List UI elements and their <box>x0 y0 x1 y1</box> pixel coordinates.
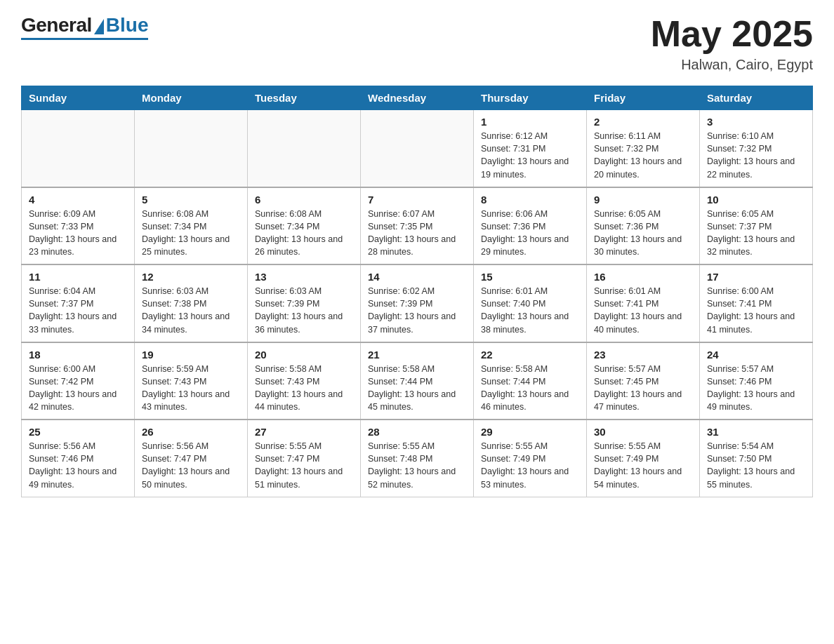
day-number: 13 <box>255 271 353 283</box>
calendar-cell: 7Sunrise: 6:07 AM Sunset: 7:35 PM Daylig… <box>361 187 474 265</box>
day-info: Sunrise: 5:59 AM Sunset: 7:43 PM Dayligh… <box>142 363 240 414</box>
calendar-cell: 9Sunrise: 6:05 AM Sunset: 7:36 PM Daylig… <box>587 187 700 265</box>
day-number: 17 <box>707 271 805 283</box>
calendar-cell: 3Sunrise: 6:10 AM Sunset: 7:32 PM Daylig… <box>700 110 813 187</box>
calendar-cell: 5Sunrise: 6:08 AM Sunset: 7:34 PM Daylig… <box>135 187 248 265</box>
day-number: 6 <box>255 194 353 206</box>
day-number: 3 <box>707 116 805 128</box>
day-number: 4 <box>29 194 127 206</box>
calendar-cell <box>135 110 248 187</box>
logo-blue-text: Blue <box>106 14 149 36</box>
logo-general-text: General <box>21 14 92 36</box>
calendar-cell: 29Sunrise: 5:55 AM Sunset: 7:49 PM Dayli… <box>474 420 587 497</box>
day-info: Sunrise: 5:55 AM Sunset: 7:48 PM Dayligh… <box>368 440 466 491</box>
day-number: 20 <box>255 349 353 361</box>
day-info: Sunrise: 6:01 AM Sunset: 7:41 PM Dayligh… <box>594 285 692 336</box>
calendar-cell: 15Sunrise: 6:01 AM Sunset: 7:40 PM Dayli… <box>474 264 587 342</box>
day-number: 12 <box>142 271 240 283</box>
logo: General Blue <box>21 14 148 40</box>
day-number: 26 <box>142 426 240 438</box>
col-tuesday: Tuesday <box>248 86 361 110</box>
day-info: Sunrise: 6:10 AM Sunset: 7:32 PM Dayligh… <box>707 130 805 181</box>
day-number: 25 <box>29 426 127 438</box>
calendar-cell: 19Sunrise: 5:59 AM Sunset: 7:43 PM Dayli… <box>135 342 248 420</box>
logo-triangle-icon <box>94 19 104 34</box>
day-number: 15 <box>481 271 579 283</box>
calendar-cell: 8Sunrise: 6:06 AM Sunset: 7:36 PM Daylig… <box>474 187 587 265</box>
day-number: 21 <box>368 349 466 361</box>
day-number: 11 <box>29 271 127 283</box>
day-number: 10 <box>707 194 805 206</box>
calendar-cell: 1Sunrise: 6:12 AM Sunset: 7:31 PM Daylig… <box>474 110 587 187</box>
day-info: Sunrise: 6:05 AM Sunset: 7:36 PM Dayligh… <box>594 208 692 259</box>
month-title: May 2025 <box>651 14 813 54</box>
calendar-cell: 26Sunrise: 5:56 AM Sunset: 7:47 PM Dayli… <box>135 420 248 497</box>
calendar-cell: 25Sunrise: 5:56 AM Sunset: 7:46 PM Dayli… <box>22 420 135 497</box>
calendar-cell: 28Sunrise: 5:55 AM Sunset: 7:48 PM Dayli… <box>361 420 474 497</box>
calendar-cell: 23Sunrise: 5:57 AM Sunset: 7:45 PM Dayli… <box>587 342 700 420</box>
day-info: Sunrise: 6:05 AM Sunset: 7:37 PM Dayligh… <box>707 208 805 259</box>
day-info: Sunrise: 6:02 AM Sunset: 7:39 PM Dayligh… <box>368 285 466 336</box>
day-info: Sunrise: 6:00 AM Sunset: 7:42 PM Dayligh… <box>29 363 127 414</box>
calendar-cell: 2Sunrise: 6:11 AM Sunset: 7:32 PM Daylig… <box>587 110 700 187</box>
day-number: 19 <box>142 349 240 361</box>
day-number: 8 <box>481 194 579 206</box>
calendar-cell <box>361 110 474 187</box>
day-number: 23 <box>594 349 692 361</box>
day-number: 18 <box>29 349 127 361</box>
col-sunday: Sunday <box>22 86 135 110</box>
calendar-cell: 30Sunrise: 5:55 AM Sunset: 7:49 PM Dayli… <box>587 420 700 497</box>
day-number: 29 <box>481 426 579 438</box>
day-number: 2 <box>594 116 692 128</box>
calendar-cell: 11Sunrise: 6:04 AM Sunset: 7:37 PM Dayli… <box>22 264 135 342</box>
day-info: Sunrise: 6:06 AM Sunset: 7:36 PM Dayligh… <box>481 208 579 259</box>
calendar-week-row: 25Sunrise: 5:56 AM Sunset: 7:46 PM Dayli… <box>22 420 813 497</box>
day-info: Sunrise: 5:57 AM Sunset: 7:45 PM Dayligh… <box>594 363 692 414</box>
day-number: 16 <box>594 271 692 283</box>
day-number: 28 <box>368 426 466 438</box>
day-number: 7 <box>368 194 466 206</box>
calendar-cell: 12Sunrise: 6:03 AM Sunset: 7:38 PM Dayli… <box>135 264 248 342</box>
calendar-cell: 27Sunrise: 5:55 AM Sunset: 7:47 PM Dayli… <box>248 420 361 497</box>
calendar-cell <box>248 110 361 187</box>
col-saturday: Saturday <box>700 86 813 110</box>
calendar-week-row: 11Sunrise: 6:04 AM Sunset: 7:37 PM Dayli… <box>22 264 813 342</box>
calendar-cell <box>22 110 135 187</box>
day-info: Sunrise: 5:58 AM Sunset: 7:43 PM Dayligh… <box>255 363 353 414</box>
day-info: Sunrise: 5:56 AM Sunset: 7:46 PM Dayligh… <box>29 440 127 491</box>
col-friday: Friday <box>587 86 700 110</box>
day-number: 1 <box>481 116 579 128</box>
day-number: 14 <box>368 271 466 283</box>
day-info: Sunrise: 5:55 AM Sunset: 7:49 PM Dayligh… <box>594 440 692 491</box>
day-info: Sunrise: 5:58 AM Sunset: 7:44 PM Dayligh… <box>368 363 466 414</box>
day-number: 9 <box>594 194 692 206</box>
calendar-cell: 31Sunrise: 5:54 AM Sunset: 7:50 PM Dayli… <box>700 420 813 497</box>
day-info: Sunrise: 6:08 AM Sunset: 7:34 PM Dayligh… <box>255 208 353 259</box>
day-number: 22 <box>481 349 579 361</box>
day-info: Sunrise: 6:03 AM Sunset: 7:38 PM Dayligh… <box>142 285 240 336</box>
day-number: 27 <box>255 426 353 438</box>
day-number: 31 <box>707 426 805 438</box>
calendar-cell: 16Sunrise: 6:01 AM Sunset: 7:41 PM Dayli… <box>587 264 700 342</box>
day-info: Sunrise: 5:58 AM Sunset: 7:44 PM Dayligh… <box>481 363 579 414</box>
day-info: Sunrise: 6:09 AM Sunset: 7:33 PM Dayligh… <box>29 208 127 259</box>
calendar-cell: 6Sunrise: 6:08 AM Sunset: 7:34 PM Daylig… <box>248 187 361 265</box>
location-text: Halwan, Cairo, Egypt <box>651 57 813 73</box>
calendar-cell: 14Sunrise: 6:02 AM Sunset: 7:39 PM Dayli… <box>361 264 474 342</box>
title-block: May 2025 Halwan, Cairo, Egypt <box>651 14 813 73</box>
calendar-cell: 13Sunrise: 6:03 AM Sunset: 7:39 PM Dayli… <box>248 264 361 342</box>
day-info: Sunrise: 6:07 AM Sunset: 7:35 PM Dayligh… <box>368 208 466 259</box>
col-monday: Monday <box>135 86 248 110</box>
logo-underline <box>21 38 148 40</box>
day-info: Sunrise: 6:08 AM Sunset: 7:34 PM Dayligh… <box>142 208 240 259</box>
calendar-cell: 24Sunrise: 5:57 AM Sunset: 7:46 PM Dayli… <box>700 342 813 420</box>
day-info: Sunrise: 5:55 AM Sunset: 7:49 PM Dayligh… <box>481 440 579 491</box>
calendar-week-row: 1Sunrise: 6:12 AM Sunset: 7:31 PM Daylig… <box>22 110 813 187</box>
calendar-week-row: 4Sunrise: 6:09 AM Sunset: 7:33 PM Daylig… <box>22 187 813 265</box>
page-header: General Blue May 2025 Halwan, Cairo, Egy… <box>21 14 813 73</box>
calendar-cell: 18Sunrise: 6:00 AM Sunset: 7:42 PM Dayli… <box>22 342 135 420</box>
day-info: Sunrise: 5:56 AM Sunset: 7:47 PM Dayligh… <box>142 440 240 491</box>
calendar-cell: 10Sunrise: 6:05 AM Sunset: 7:37 PM Dayli… <box>700 187 813 265</box>
day-info: Sunrise: 6:04 AM Sunset: 7:37 PM Dayligh… <box>29 285 127 336</box>
day-number: 24 <box>707 349 805 361</box>
